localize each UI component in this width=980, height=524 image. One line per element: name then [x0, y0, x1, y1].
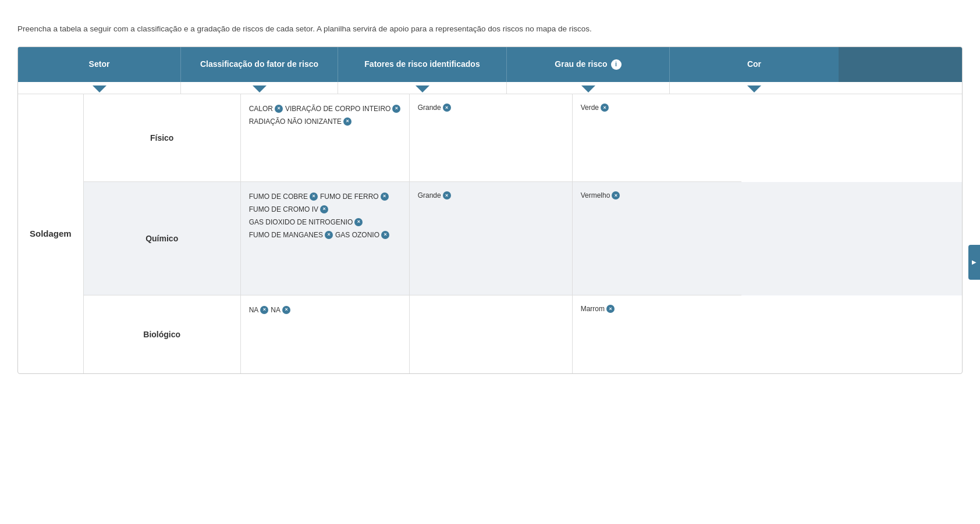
tag: Verde ×	[581, 104, 609, 112]
right-columns: Físico CALOR ×VIBRAÇÃO DE CORPO INTEIRO …	[84, 94, 962, 373]
chevron-grau	[507, 82, 670, 94]
tag-remove-button[interactable]: ×	[443, 104, 451, 112]
classification-label: Físico	[150, 133, 173, 142]
classification-label: Químico	[145, 234, 178, 243]
chevron-fatores-icon	[416, 85, 429, 92]
tag: Marrom ×	[581, 305, 615, 313]
table-row: Químico FUMO DE COBRE ×FUMO DE FERRO ×FU…	[84, 182, 962, 295]
tag: FUMO DE CROMO IV ×	[249, 204, 328, 215]
tag-remove-button[interactable]: ×	[275, 105, 283, 113]
factors-fisico: CALOR ×VIBRAÇÃO DE CORPO INTEIRO ×RADIAÇ…	[241, 94, 410, 182]
chevron-cor	[670, 82, 839, 94]
side-tab-icon: ▶	[972, 259, 977, 265]
chevron-classificacao	[181, 82, 338, 94]
grade-quimico: Grande ×	[410, 182, 573, 295]
sector-cell-soldagem: Soldagem	[18, 94, 84, 373]
tag-remove-button[interactable]: ×	[601, 104, 609, 112]
tag-remove-button[interactable]: ×	[260, 306, 268, 314]
tag-remove-button[interactable]: ×	[282, 306, 290, 314]
chevron-setor	[18, 82, 181, 94]
table-row: Físico CALOR ×VIBRAÇÃO DE CORPO INTEIRO …	[84, 94, 962, 182]
classification-fisico: Físico	[84, 94, 241, 182]
tag: FUMO DE COBRE ×	[249, 191, 318, 202]
chevron-setor-icon	[93, 85, 106, 92]
header-setor: Setor	[18, 47, 181, 82]
tag-remove-button[interactable]: ×	[381, 231, 389, 239]
tag-remove-button[interactable]: ×	[392, 105, 400, 113]
tag: Grande ×	[418, 191, 451, 199]
header-fatores: Fatores de risco identificados	[338, 47, 507, 82]
tag-remove-button[interactable]: ×	[443, 191, 451, 199]
chevron-grau-icon	[581, 85, 595, 92]
tag: CALOR ×	[249, 104, 283, 114]
header-classificacao-label: Classificação do fator de risco	[200, 59, 318, 70]
table-body: Soldagem Físico CALOR ×VIBRAÇÃO DE CORPO…	[18, 94, 962, 373]
tag-remove-button[interactable]: ×	[612, 191, 620, 199]
page-description: Preencha a tabela a seguir com a classif…	[17, 23, 963, 35]
tag: Vermelho ×	[581, 191, 620, 199]
tag-remove-button[interactable]: ×	[343, 117, 351, 126]
header-setor-label: Setor	[89, 59, 110, 70]
color-fisico: Verde ×	[573, 94, 741, 182]
header-classificacao: Classificação do fator de risco	[181, 47, 338, 82]
factors-biologico: NA ×NA ×	[241, 295, 410, 373]
tag-remove-button[interactable]: ×	[320, 205, 328, 213]
tag: NA ×	[271, 305, 290, 315]
chevron-classificacao-icon	[253, 85, 267, 92]
grade-biologico	[410, 295, 573, 373]
grau-info-icon[interactable]: i	[611, 59, 622, 70]
tag: FUMO DE MANGANES ×	[249, 230, 333, 240]
table-row: Biológico NA ×NA × Marrom ×	[84, 295, 962, 373]
table-header: Setor Classificação do fator de risco Fa…	[18, 47, 962, 82]
classification-label: Biológico	[143, 330, 180, 339]
header-grau-label: Grau de risco	[555, 59, 607, 70]
classification-quimico: Químico	[84, 182, 241, 295]
header-cor: Cor	[670, 47, 839, 82]
risk-table: Setor Classificação do fator de risco Fa…	[17, 47, 963, 374]
side-tab[interactable]: ▶	[968, 245, 980, 280]
sector-label: Soldagem	[30, 229, 72, 238]
color-biologico: Marrom ×	[573, 295, 741, 373]
header-fatores-label: Fatores de risco identificados	[364, 59, 480, 70]
header-grau: Grau de risco i	[507, 47, 670, 82]
classification-biologico: Biológico	[84, 295, 241, 373]
tag: NA ×	[249, 305, 269, 315]
header-cor-label: Cor	[747, 59, 761, 70]
tag: RADIAÇÃO NÃO IONIZANTE ×	[249, 116, 351, 127]
tag-remove-button[interactable]: ×	[354, 218, 363, 226]
tag: FUMO DE FERRO ×	[320, 191, 389, 202]
chevron-row	[18, 82, 962, 94]
chevron-cor-icon	[747, 85, 761, 92]
chevron-fatores	[338, 82, 507, 94]
tag-remove-button[interactable]: ×	[381, 193, 389, 201]
tag-remove-button[interactable]: ×	[606, 305, 615, 313]
grade-fisico: Grande ×	[410, 94, 573, 182]
tag: GAS DIOXIDO DE NITROGENIO ×	[249, 217, 363, 227]
tag: GAS OZONIO ×	[335, 230, 389, 240]
tag-remove-button[interactable]: ×	[325, 231, 333, 239]
tag-remove-button[interactable]: ×	[310, 193, 318, 201]
factors-quimico: FUMO DE COBRE ×FUMO DE FERRO ×FUMO DE CR…	[241, 182, 410, 295]
color-quimico: Vermelho ×	[573, 182, 741, 295]
tag: VIBRAÇÃO DE CORPO INTEIRO ×	[285, 104, 400, 114]
tag: Grande ×	[418, 104, 451, 112]
